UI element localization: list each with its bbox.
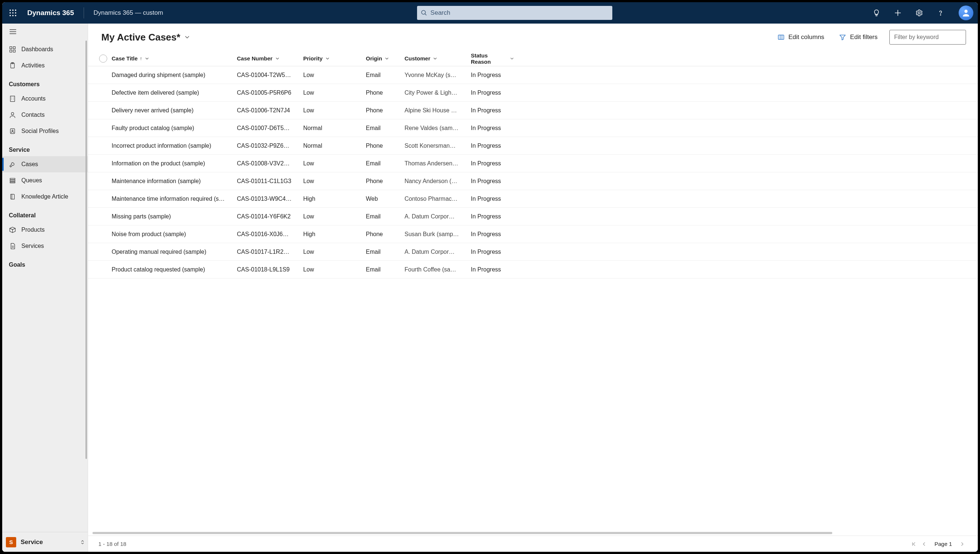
cell-status-reason: In Progress — [471, 196, 519, 202]
grid-header-row: Case Title ↑ Case Number Priorit — [88, 51, 978, 66]
table-row[interactable]: Product catalog requested (sample) CAS-0… — [88, 261, 978, 279]
table-row[interactable]: Noise from product (sample) CAS-01016-X0… — [88, 225, 978, 243]
grid-horizontal-scroll-thumb[interactable] — [92, 532, 832, 534]
sidebar-item-social-profiles[interactable]: Social Profiles — [2, 123, 88, 139]
column-header-title[interactable]: Case Title ↑ — [112, 55, 150, 62]
cell-priority: Low — [303, 213, 366, 220]
svg-line-40 — [13, 228, 16, 229]
sidebar-item-cases[interactable]: Cases — [2, 156, 88, 172]
svg-rect-20 — [13, 47, 16, 49]
table-row[interactable]: Missing parts (sample) CAS-01014-Y6F6K2 … — [88, 208, 978, 225]
sidebar-item-activities[interactable]: Activities — [2, 57, 88, 74]
cell-status-reason: In Progress — [471, 143, 519, 149]
app-launcher-button[interactable] — [5, 5, 21, 21]
column-header-case-number[interactable]: Case Number — [237, 55, 280, 62]
user-avatar[interactable] — [959, 6, 974, 20]
svg-rect-21 — [10, 50, 12, 52]
cell-priority: Normal — [303, 125, 366, 132]
edit-filters-button[interactable]: Edit filters — [836, 31, 881, 43]
insights-button[interactable] — [871, 7, 882, 18]
breadcrumb[interactable]: Dynamics 365 — custom — [94, 9, 163, 17]
column-header-priority-label: Priority — [303, 55, 323, 62]
global-search-input[interactable] — [430, 9, 609, 17]
sidebar-scroll-thumb[interactable] — [86, 40, 87, 459]
sidebar-item-services[interactable]: Services — [2, 238, 88, 254]
lightbulb-icon — [872, 9, 881, 17]
table-row[interactable]: Damaged during shipment (sample) CAS-010… — [88, 66, 978, 84]
column-header-customer[interactable]: Customer — [405, 55, 438, 62]
sidebar-area-switcher[interactable]: S Service — [2, 532, 88, 552]
sidebar: DashboardsActivitiesCustomersAccountsCon… — [2, 24, 88, 552]
table-row[interactable]: Delivery never arrived (sample) CAS-0100… — [88, 102, 978, 119]
view-picker[interactable]: My Active Cases* — [101, 32, 190, 43]
settings-button[interactable] — [914, 7, 925, 18]
cell-origin: Email — [366, 125, 405, 132]
table-row[interactable]: Operating manual required (sample) CAS-0… — [88, 243, 978, 261]
table-row[interactable]: Maintenance time information required (s… — [88, 190, 978, 208]
select-all-checkbox[interactable] — [99, 54, 107, 63]
cell-case-number: CAS-01016-X0J6… — [237, 231, 303, 237]
add-button[interactable] — [892, 7, 904, 18]
svg-point-15 — [964, 10, 968, 13]
plus-icon — [894, 9, 902, 17]
svg-point-32 — [11, 112, 14, 115]
sidebar-item-dashboards[interactable]: Dashboards — [2, 41, 88, 57]
sidebar-scrollbar[interactable] — [85, 40, 88, 532]
chevron-updown-icon — [80, 539, 86, 545]
cell-status-reason: In Progress — [471, 248, 519, 255]
table-row[interactable]: Maintenance information (sample) CAS-010… — [88, 172, 978, 190]
chevron-down-icon — [275, 56, 280, 61]
sidebar-item-contacts[interactable]: Contacts — [2, 107, 88, 123]
cell-title: Maintenance information (sample) — [112, 178, 237, 185]
cell-case-number: CAS-01005-P5R6P6 — [237, 89, 303, 96]
column-header-title-label: Case Title — [112, 55, 138, 62]
sidebar-item-accounts[interactable]: Accounts — [2, 91, 88, 107]
pager-prev-button[interactable] — [919, 539, 929, 549]
cell-origin: Email — [366, 160, 405, 167]
sidebar-item-queues[interactable]: Queues — [2, 172, 88, 189]
svg-point-6 — [10, 15, 11, 17]
help-button[interactable] — [935, 7, 946, 18]
cell-case-number: CAS-01011-C1L1G3 — [237, 178, 303, 185]
view-title: My Active Cases* — [101, 32, 180, 43]
cell-customer: Yvonne McKay (s… — [405, 72, 471, 78]
hamburger-icon[interactable] — [9, 28, 17, 36]
svg-rect-25 — [10, 96, 15, 102]
cell-case-number: CAS-01032-P9Z6… — [237, 143, 303, 149]
column-header-origin[interactable]: Origin — [366, 55, 389, 62]
column-header-status-reason[interactable]: Status Reason — [471, 52, 514, 65]
cell-status-reason: In Progress — [471, 160, 519, 167]
table-row[interactable]: Faulty product catalog (sample) CAS-0100… — [88, 119, 978, 137]
person-icon — [961, 8, 971, 18]
column-header-priority[interactable]: Priority — [303, 55, 330, 62]
chevron-down-icon — [432, 56, 438, 61]
edit-columns-button[interactable]: Edit columns — [774, 31, 827, 43]
global-search[interactable] — [417, 6, 612, 20]
cell-customer: Thomas Andersen… — [405, 160, 471, 167]
search-icon — [421, 10, 427, 16]
table-row[interactable]: Defective item delivered (sample) CAS-01… — [88, 84, 978, 102]
grid-horizontal-scrollbar[interactable] — [92, 531, 974, 535]
sidebar-item-products[interactable]: Products — [2, 222, 88, 238]
cell-priority: Low — [303, 107, 366, 114]
grid-body[interactable]: Damaged during shipment (sample) CAS-010… — [88, 66, 978, 531]
chevron-down-icon — [184, 34, 190, 40]
topbar-right-actions — [871, 6, 974, 20]
sidebar-item-knowledge-article[interactable]: Knowledge Article — [2, 189, 88, 205]
cell-origin: Email — [366, 266, 405, 273]
svg-point-14 — [940, 15, 940, 15]
cell-priority: High — [303, 196, 366, 202]
area-switch-button[interactable] — [77, 537, 88, 548]
pager-first-button[interactable] — [908, 539, 919, 549]
keyword-filter[interactable] — [889, 30, 966, 45]
cell-origin: Phone — [366, 231, 405, 237]
chevron-left-icon — [921, 541, 927, 547]
cell-title: Defective item delivered (sample) — [112, 89, 237, 96]
select-all-cell[interactable] — [95, 54, 112, 63]
svg-point-2 — [15, 10, 17, 11]
keyword-filter-input[interactable] — [894, 34, 961, 40]
cell-title: Incorrect product information (sample) — [112, 143, 237, 149]
table-row[interactable]: Incorrect product information (sample) C… — [88, 137, 978, 155]
table-row[interactable]: Information on the product (sample) CAS-… — [88, 155, 978, 172]
pager-next-button[interactable] — [957, 539, 967, 549]
